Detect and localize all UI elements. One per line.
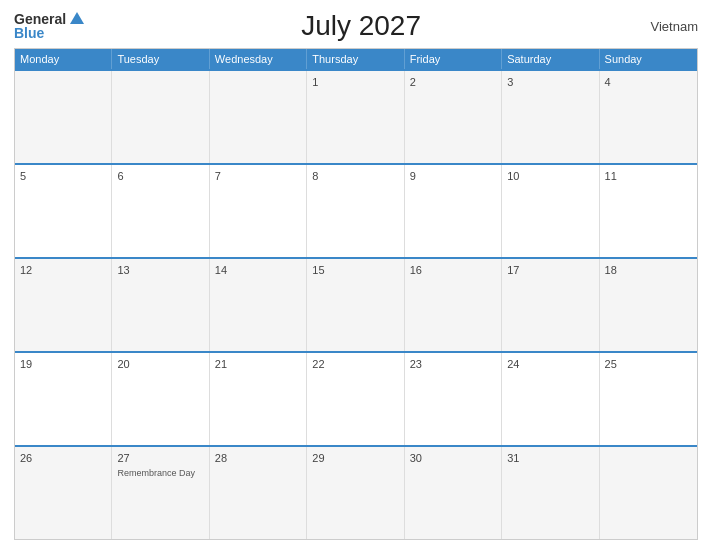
- day-cell: 19: [15, 353, 112, 445]
- day-cell: 12: [15, 259, 112, 351]
- day-cell: 17: [502, 259, 599, 351]
- day-number: 11: [605, 169, 692, 184]
- weeks-container: 1234567891011121314151617181920212223242…: [15, 69, 697, 539]
- header-wednesday: Wednesday: [210, 49, 307, 69]
- day-number: 21: [215, 357, 301, 372]
- day-cell: 2: [405, 71, 502, 163]
- header-saturday: Saturday: [502, 49, 599, 69]
- calendar-grid: Monday Tuesday Wednesday Thursday Friday…: [14, 48, 698, 540]
- day-cell: 11: [600, 165, 697, 257]
- day-number: 19: [20, 357, 106, 372]
- day-cell: 15: [307, 259, 404, 351]
- day-cell: 28: [210, 447, 307, 539]
- day-number: 7: [215, 169, 301, 184]
- day-number: 3: [507, 75, 593, 90]
- day-cell: 8: [307, 165, 404, 257]
- day-number: 17: [507, 263, 593, 278]
- day-number: 6: [117, 169, 203, 184]
- day-number: 15: [312, 263, 398, 278]
- day-headers-row: Monday Tuesday Wednesday Thursday Friday…: [15, 49, 697, 69]
- day-number: 9: [410, 169, 496, 184]
- header-thursday: Thursday: [307, 49, 404, 69]
- day-cell: 4: [600, 71, 697, 163]
- day-number: 25: [605, 357, 692, 372]
- day-number: 8: [312, 169, 398, 184]
- day-number: 22: [312, 357, 398, 372]
- day-number: 27: [117, 451, 203, 466]
- day-number: 30: [410, 451, 496, 466]
- header-monday: Monday: [15, 49, 112, 69]
- day-number: 4: [605, 75, 692, 90]
- day-number: 31: [507, 451, 593, 466]
- day-number: 24: [507, 357, 593, 372]
- month-title: July 2027: [84, 10, 638, 42]
- day-number: 18: [605, 263, 692, 278]
- day-cell: 16: [405, 259, 502, 351]
- day-cell: 23: [405, 353, 502, 445]
- week-row-4: 19202122232425: [15, 351, 697, 445]
- day-number: 28: [215, 451, 301, 466]
- header-sunday: Sunday: [600, 49, 697, 69]
- day-cell: 14: [210, 259, 307, 351]
- day-cell: [210, 71, 307, 163]
- day-cell: 13: [112, 259, 209, 351]
- day-cell: 1: [307, 71, 404, 163]
- holiday-label: Remembrance Day: [117, 468, 203, 479]
- day-number: 1: [312, 75, 398, 90]
- day-number: 5: [20, 169, 106, 184]
- day-cell: 6: [112, 165, 209, 257]
- day-number: 20: [117, 357, 203, 372]
- day-cell: 9: [405, 165, 502, 257]
- header: General Blue July 2027 Vietnam: [14, 10, 698, 42]
- logo-triangle-icon: [70, 12, 84, 24]
- day-cell: [112, 71, 209, 163]
- day-cell: 24: [502, 353, 599, 445]
- day-cell: [15, 71, 112, 163]
- day-number: 16: [410, 263, 496, 278]
- day-cell: 25: [600, 353, 697, 445]
- week-row-5: 2627Remembrance Day28293031: [15, 445, 697, 539]
- day-number: 14: [215, 263, 301, 278]
- day-cell: 29: [307, 447, 404, 539]
- day-cell: 18: [600, 259, 697, 351]
- day-cell: [600, 447, 697, 539]
- day-number: 26: [20, 451, 106, 466]
- day-cell: 10: [502, 165, 599, 257]
- calendar-page: General Blue July 2027 Vietnam Monday Tu…: [0, 0, 712, 550]
- day-cell: 22: [307, 353, 404, 445]
- header-tuesday: Tuesday: [112, 49, 209, 69]
- day-number: 12: [20, 263, 106, 278]
- day-cell: 3: [502, 71, 599, 163]
- week-row-3: 12131415161718: [15, 257, 697, 351]
- day-cell: 5: [15, 165, 112, 257]
- day-number: 13: [117, 263, 203, 278]
- day-number: 23: [410, 357, 496, 372]
- day-cell: 27Remembrance Day: [112, 447, 209, 539]
- day-cell: 30: [405, 447, 502, 539]
- day-number: 2: [410, 75, 496, 90]
- day-number: 29: [312, 451, 398, 466]
- header-friday: Friday: [405, 49, 502, 69]
- logo-blue-text: Blue: [14, 26, 44, 40]
- logo-general-text: General: [14, 12, 66, 26]
- day-cell: 20: [112, 353, 209, 445]
- week-row-2: 567891011: [15, 163, 697, 257]
- day-cell: 31: [502, 447, 599, 539]
- day-number: 10: [507, 169, 593, 184]
- country-label: Vietnam: [638, 19, 698, 34]
- day-cell: 26: [15, 447, 112, 539]
- week-row-1: 1234: [15, 69, 697, 163]
- day-cell: 7: [210, 165, 307, 257]
- day-cell: 21: [210, 353, 307, 445]
- logo: General Blue: [14, 12, 84, 40]
